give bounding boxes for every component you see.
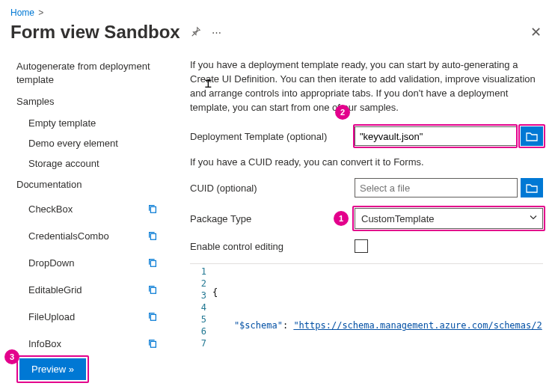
page-header: Form view Sandbox ⋯ ✕ bbox=[0, 19, 555, 51]
main-panel: If you have a deployment template ready,… bbox=[174, 51, 555, 365]
sidebar-item-fileupload[interactable]: FileUpload bbox=[4, 303, 166, 330]
copy-icon[interactable] bbox=[144, 200, 162, 218]
deployment-template-input[interactable] bbox=[355, 126, 518, 146]
sidebar: Autogenerate from deployment template Sa… bbox=[0, 51, 166, 365]
sidebar-item-demo-every-element[interactable]: Demo every element bbox=[4, 133, 166, 153]
sidebar-item-dropdown[interactable]: DropDown bbox=[4, 249, 166, 276]
sidebar-item-credentialscombo[interactable]: CredentialsCombo bbox=[4, 222, 166, 249]
more-icon[interactable]: ⋯ bbox=[212, 27, 222, 38]
breadcrumb: Home > bbox=[0, 0, 555, 19]
label-enable-editing: Enable control editing bbox=[190, 241, 355, 252]
breadcrumb-home[interactable]: Home bbox=[10, 7, 34, 18]
sidebar-group-autogen[interactable]: Autogenerate from deployment template bbox=[4, 55, 166, 91]
copy-icon[interactable] bbox=[144, 281, 162, 298]
sidebar-item-empty-template[interactable]: Empty template bbox=[4, 113, 166, 133]
svg-rect-0 bbox=[150, 207, 156, 213]
callout-badge-2: 2 bbox=[335, 105, 350, 120]
label-package-type: Package Type bbox=[190, 213, 355, 224]
chevron-down-icon bbox=[529, 213, 538, 224]
package-type-value: CustomTemplate bbox=[361, 213, 435, 224]
svg-rect-5 bbox=[150, 342, 156, 348]
row-package-type: Package Type 1 CustomTemplate bbox=[190, 208, 543, 229]
copy-icon[interactable] bbox=[144, 307, 162, 325]
deployment-template-browse-button[interactable] bbox=[521, 126, 543, 146]
callout-badge-3: 3 bbox=[4, 349, 19, 364]
row-deployment-template: Deployment Template (optional) bbox=[190, 126, 543, 146]
sidebar-group-samples[interactable]: Samples bbox=[4, 91, 166, 113]
row-enable-editing: Enable control editing bbox=[190, 239, 543, 253]
breadcrumb-sep: > bbox=[38, 7, 43, 18]
sidebar-item-editablegrid[interactable]: EditableGrid bbox=[4, 276, 166, 303]
code-editor[interactable]: 1234567 { "$schema": "https://schema.man… bbox=[190, 263, 543, 349]
cuid-text: If you have a CUID ready, you can conver… bbox=[190, 156, 543, 168]
intro-text: If you have a deployment template ready,… bbox=[190, 58, 543, 114]
editor-gutter: 1234567 bbox=[190, 264, 212, 349]
footer: 3 Preview » bbox=[0, 348, 86, 392]
svg-rect-2 bbox=[150, 261, 156, 267]
close-icon[interactable]: ✕ bbox=[527, 21, 545, 43]
editor-content[interactable]: { "$schema": "https://schema.management.… bbox=[212, 264, 543, 349]
package-type-select[interactable]: CustomTemplate bbox=[355, 208, 543, 229]
svg-rect-3 bbox=[150, 288, 156, 294]
page-title: Form view Sandbox bbox=[10, 22, 180, 43]
copy-icon[interactable] bbox=[144, 227, 162, 245]
enable-editing-checkbox[interactable] bbox=[355, 239, 368, 253]
copy-icon[interactable] bbox=[144, 334, 162, 352]
svg-rect-1 bbox=[150, 234, 156, 240]
cuid-input[interactable] bbox=[355, 178, 518, 197]
row-cuid: CUID (optional) bbox=[190, 178, 543, 197]
pin-icon[interactable] bbox=[191, 26, 201, 39]
cuid-browse-button[interactable] bbox=[521, 178, 543, 197]
copy-icon[interactable] bbox=[144, 254, 162, 272]
label-cuid: CUID (optional) bbox=[190, 183, 355, 194]
sidebar-item-checkbox[interactable]: CheckBox bbox=[4, 195, 166, 222]
label-deployment-template: Deployment Template (optional) bbox=[190, 131, 355, 142]
sidebar-item-storage-account[interactable]: Storage account bbox=[4, 153, 166, 174]
preview-button[interactable]: Preview » bbox=[19, 358, 86, 380]
svg-rect-4 bbox=[150, 315, 156, 321]
sidebar-group-documentation[interactable]: Documentation bbox=[4, 174, 166, 196]
